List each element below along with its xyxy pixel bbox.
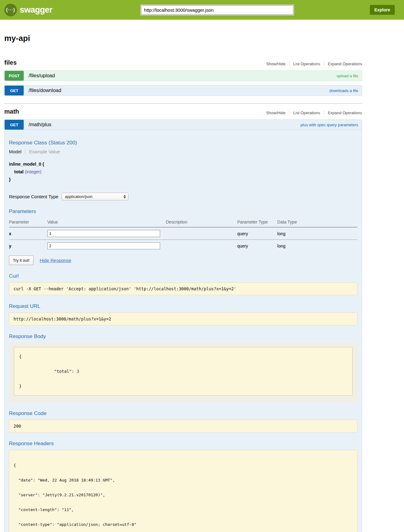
operation-detail-panel: Response Class (Status 200) Model Exampl… [4,130,362,532]
model-prop-type: (integer) [25,169,42,174]
response-body-value: 3 [77,369,79,374]
expand-operations-link[interactable]: Expand Operations [324,111,362,115]
operation-row-files-upload: POST /files/upload upload a file [4,71,362,81]
param-data-type: long [277,240,358,252]
response-headers-line: "date": "Wed, 22 Aug 2018 18:49:13 GMT", [14,478,353,483]
curl-block: curl -X GET --header 'Accept: applicatio… [9,282,358,295]
curl-title: Curl [9,273,358,279]
response-body-key: "total": [49,369,77,374]
param-name: x [9,227,47,240]
section-title-math[interactable]: math [4,108,19,115]
method-badge-get[interactable]: GET [5,120,24,130]
param-type: query [237,227,277,240]
swagger-logo[interactable]: {···} swagger [4,4,52,16]
col-header-parameter-type: Parameter Type [237,218,277,227]
hide-response-link[interactable]: Hide Response [40,258,71,263]
response-body-open-brace: { [19,353,347,360]
param-value-input-x[interactable] [47,230,160,237]
param-data-type: long [277,227,358,240]
parameters-table: Parameter Value Description Parameter Ty… [9,218,358,252]
response-headers-line: "server": "Jetty(9.2.21.v20170120)", [14,493,353,498]
tab-model[interactable]: Model [9,149,25,154]
show-hide-link[interactable]: Show/Hide [262,62,289,66]
operation-summary[interactable]: downloads a file [329,88,358,93]
expand-operations-link[interactable]: Expand Operations [324,62,362,66]
response-headers-title: Response Headers [9,441,358,447]
operation-path[interactable]: /files/download [29,88,61,93]
request-url-block: http://localhost:3000/math/plus?x=1&y=2 [9,312,358,325]
api-url-input[interactable] [141,5,293,15]
parameters-title: Parameters [9,208,358,215]
section-math: math Show/Hide List Operations Expand Op… [4,103,362,532]
operation-summary[interactable]: plus with spec query parameters [301,123,358,127]
try-it-out-button[interactable]: Try it out! [9,256,34,265]
list-operations-link[interactable]: List Operations [289,111,324,115]
list-operations-link[interactable]: List Operations [289,62,324,66]
operation-row-files-download: GET /files/download downloads a file [4,85,362,96]
response-body-close-brace: } [19,382,347,390]
select-arrows-icon [123,195,126,199]
response-body-title: Response Body [9,333,358,340]
param-row-x: x query long [9,227,358,240]
operation-path[interactable]: /math/plus [29,122,51,127]
show-hide-link[interactable]: Show/Hide [262,111,289,115]
explore-button[interactable]: Explore [370,5,395,15]
tab-example-value[interactable]: Example Value [25,149,60,154]
response-body-block: { "total": 3 } [9,343,358,402]
response-class-title: Response Class (Status 200) [9,140,358,146]
operation-summary[interactable]: upload a file [337,74,358,78]
param-description [166,240,237,252]
response-headers-line: "content-length": "11", [14,507,353,512]
col-header-value: Value [47,218,166,227]
col-header-data-type: Data Type [277,218,358,227]
model-open-brace: inline_model_0 { [9,160,358,168]
operation-row-math-plus-get: GET /math/plus plus with spec query para… [4,119,362,130]
section-files: files Show/Hide List Operations Expand O… [4,59,362,96]
request-url-title: Request URL [9,303,358,309]
response-content-type-label: Response Content Type [9,194,59,199]
operation-path[interactable]: /files/upload [29,73,55,79]
api-title: my-api [4,34,362,43]
model-tabs: Model Example Value [9,149,358,154]
param-value-input-y[interactable] [47,242,160,249]
param-name: y [9,240,47,252]
param-row-y: y query long [9,240,358,252]
response-headers-block: { "date": "Wed, 22 Aug 2018 18:49:13 GMT… [9,450,358,532]
url-input-wrap [52,5,370,15]
response-headers-line: "content-type": "application/json; chars… [14,522,353,527]
selected-content-type: application/json [65,194,93,199]
response-code-title: Response Code [9,410,358,417]
col-header-parameter: Parameter [9,218,47,227]
response-headers-line: { [14,463,353,468]
header-bar: {···} swagger Explore [0,0,404,20]
response-content-type-select[interactable]: application/json [62,193,128,200]
param-type: query [237,240,277,252]
param-description [166,227,237,240]
model-prop-name: total [14,169,24,174]
brand-title: swagger [20,5,52,15]
section-title-files[interactable]: files [4,59,17,66]
section-controls: Show/Hide List Operations Expand Operati… [262,62,362,66]
model-close-brace: } [9,176,358,183]
model-signature: inline_model_0 { total (integer) } [9,160,358,183]
method-badge-post[interactable]: POST [5,71,24,81]
method-badge-get[interactable]: GET [5,86,24,95]
response-code-block: 200 [9,420,358,433]
swagger-logo-icon: {···} [4,4,17,16]
section-controls: Show/Hide List Operations Expand Operati… [262,111,362,115]
col-header-description: Description [166,218,237,227]
